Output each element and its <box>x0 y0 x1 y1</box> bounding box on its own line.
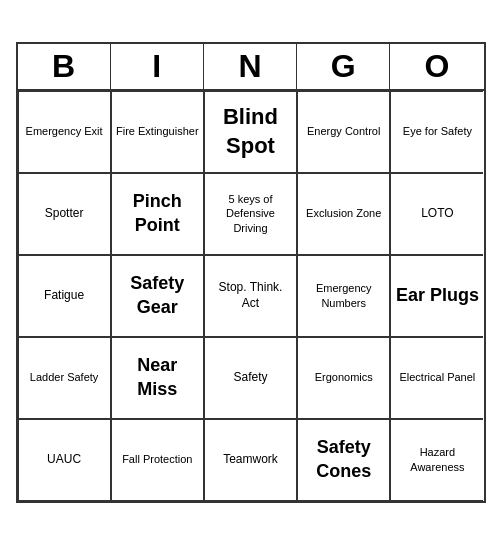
bingo-cell: Safety Cones <box>297 419 390 501</box>
bingo-header: BINGO <box>18 44 484 91</box>
bingo-cell: Safety <box>204 337 297 419</box>
bingo-cell: Fatigue <box>18 255 111 337</box>
bingo-cell: Energy Control <box>297 91 390 173</box>
header-letter: O <box>390 44 483 89</box>
bingo-cell: Spotter <box>18 173 111 255</box>
bingo-cell: 5 keys of Defensive Driving <box>204 173 297 255</box>
bingo-cell: Ergonomics <box>297 337 390 419</box>
bingo-cell: Near Miss <box>111 337 204 419</box>
bingo-cell: Ladder Safety <box>18 337 111 419</box>
bingo-cell: Hazard Awareness <box>390 419 483 501</box>
bingo-cell: UAUC <box>18 419 111 501</box>
bingo-cell: Emergency Numbers <box>297 255 390 337</box>
header-letter: I <box>111 44 204 89</box>
bingo-cell: Safety Gear <box>111 255 204 337</box>
bingo-card: BINGO Emergency ExitFire ExtinguisherBli… <box>16 42 486 503</box>
header-letter: G <box>297 44 390 89</box>
bingo-cell: Blind Spot <box>204 91 297 173</box>
bingo-cell: Emergency Exit <box>18 91 111 173</box>
bingo-grid: Emergency ExitFire ExtinguisherBlind Spo… <box>18 91 484 501</box>
bingo-cell: Teamwork <box>204 419 297 501</box>
bingo-cell: Fire Extinguisher <box>111 91 204 173</box>
header-letter: N <box>204 44 297 89</box>
bingo-cell: Electrical Panel <box>390 337 483 419</box>
bingo-cell: Stop. Think. Act <box>204 255 297 337</box>
bingo-cell: Fall Protection <box>111 419 204 501</box>
bingo-cell: Exclusion Zone <box>297 173 390 255</box>
bingo-cell: Eye for Safety <box>390 91 483 173</box>
bingo-cell: Ear Plugs <box>390 255 483 337</box>
bingo-cell: Pinch Point <box>111 173 204 255</box>
header-letter: B <box>18 44 111 89</box>
bingo-cell: LOTO <box>390 173 483 255</box>
